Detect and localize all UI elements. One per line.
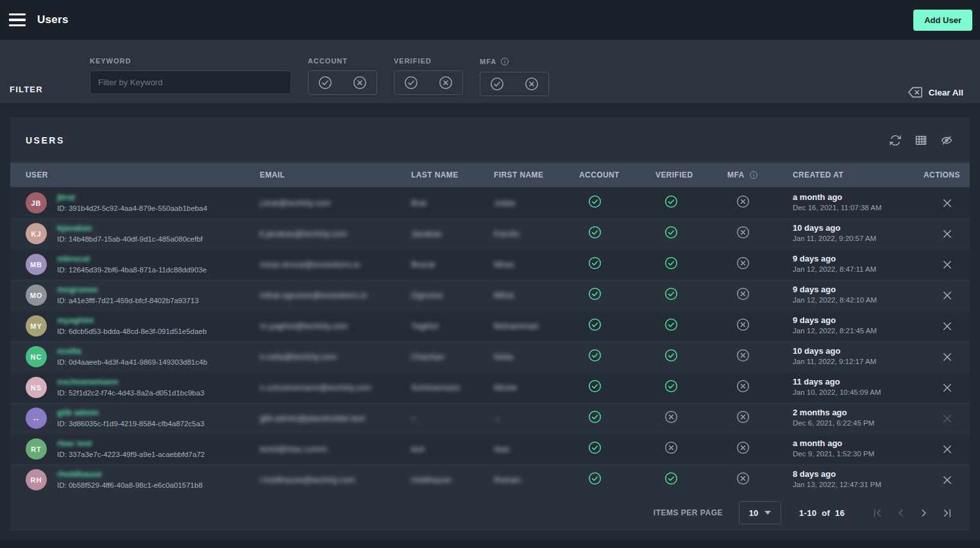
- column-header-last-name[interactable]: LAST NAME: [411, 170, 494, 179]
- first-name-cell: Karolis: [494, 229, 579, 238]
- column-header-user[interactable]: USER: [26, 170, 260, 179]
- add-user-button[interactable]: Add User: [913, 10, 972, 31]
- account-filter-no-icon[interactable]: [353, 76, 367, 90]
- actions-cell: [924, 290, 954, 301]
- table-row[interactable]: MY myaghini ID: 6dcb5d53-bdda-48cd-8e3f-…: [10, 310, 970, 341]
- username-link[interactable]: kjavakas: [57, 223, 203, 233]
- verified-status-icon: [664, 349, 678, 362]
- delete-user-button[interactable]: [942, 320, 953, 332]
- page-navigation: [872, 507, 953, 519]
- delete-user-button[interactable]: [942, 444, 953, 455]
- account-status-icon: [588, 379, 602, 393]
- actions-cell: [924, 228, 954, 240]
- first-name-cell: Mihai: [494, 290, 579, 300]
- delete-user-button[interactable]: [942, 382, 953, 394]
- created-at-cell: 9 days ago Jan 12, 2022, 8:21:45 AM: [793, 315, 924, 336]
- eye-off-icon[interactable]: [940, 134, 953, 147]
- username-link[interactable]: rbac test: [57, 438, 205, 449]
- table-row[interactable]: KJ kjavakas ID: 14b48bd7-15ab-40df-9d1c-…: [10, 218, 970, 249]
- username-link[interactable]: jbrat: [57, 192, 207, 203]
- main-content: USERS USER EMAIL LAST NAME FIRST NAME AC…: [0, 103, 980, 531]
- username-link[interactable]: rholdhause: [57, 469, 203, 479]
- username-link[interactable]: nschoenemann: [57, 377, 205, 387]
- created-at-cell: 8 days ago Jan 13, 2022, 12:47:31 PM: [793, 469, 924, 490]
- table-row[interactable]: -- glib admin ID: 3d86035c-f1d9-4219-858…: [10, 403, 970, 433]
- column-header-account[interactable]: ACCOUNT: [579, 170, 655, 179]
- user-id: ID: a41e3fff-7d21-459d-bfcf-8402b7a93713: [57, 296, 199, 306]
- user-cell: NC ncelta ID: 0d4aaeeb-4d3f-4a41-9869-14…: [26, 346, 260, 367]
- created-at-cell: a month ago Dec 16, 2021, 11:07:38 AM: [793, 192, 924, 213]
- verified-filter-no-icon[interactable]: [439, 76, 453, 90]
- avatar: MY: [26, 315, 47, 336]
- user-cell: RH rholdhause ID: 0b58f529-4ff6-40a8-98c…: [26, 469, 260, 490]
- of-text: of: [822, 508, 830, 518]
- username-link[interactable]: mogrunov: [57, 285, 199, 295]
- items-per-page-select[interactable]: 10: [739, 501, 781, 524]
- account-status-cell: [579, 226, 655, 242]
- username-link[interactable]: ncelta: [57, 346, 207, 356]
- keyword-input[interactable]: [90, 71, 291, 94]
- column-header-mfa[interactable]: MFA: [727, 170, 793, 179]
- table-row[interactable]: MO mogrunov ID: a41e3fff-7d21-459d-bfcf-…: [10, 279, 970, 310]
- last-page-icon[interactable]: [941, 507, 953, 519]
- table-row[interactable]: RH rholdhause ID: 0b58f529-4ff6-40a8-98c…: [10, 464, 970, 495]
- next-page-icon[interactable]: [918, 507, 930, 519]
- mfa-status-cell: [727, 226, 793, 242]
- clear-all-label: Clear All: [929, 88, 963, 97]
- column-header-verified[interactable]: VERIFIED: [655, 170, 727, 179]
- verified-filter-yes-icon[interactable]: [404, 76, 418, 90]
- table-row[interactable]: MB mbrocal ID: 12645d39-2bf6-4ba8-871a-1…: [10, 249, 970, 279]
- mfa-status-icon: [736, 379, 750, 393]
- user-id: ID: 14b48bd7-15ab-40df-9d1c-485a080cefbf: [57, 235, 203, 244]
- username-link[interactable]: myaghini: [57, 315, 207, 326]
- account-filter-yes-icon[interactable]: [318, 76, 332, 90]
- delete-user-button[interactable]: [942, 413, 953, 424]
- mfa-filter-yes-icon[interactable]: [490, 77, 504, 91]
- column-header-created-at[interactable]: CREATED AT: [793, 170, 924, 179]
- created-at-cell: 10 days ago Jan 11, 2022, 9:20:57 AM: [793, 223, 924, 244]
- username-link[interactable]: mbrocal: [57, 254, 207, 264]
- info-icon[interactable]: [749, 170, 758, 179]
- last-name-cell: Brocal: [411, 260, 494, 269]
- actions-cell: [924, 444, 954, 455]
- mfa-status-cell: [727, 195, 793, 211]
- delete-user-button[interactable]: [942, 197, 953, 209]
- last-name-cell: Holdhause: [411, 475, 494, 485]
- delete-user-button[interactable]: [942, 351, 953, 363]
- info-icon[interactable]: [500, 57, 509, 66]
- clear-all-button[interactable]: Clear All: [908, 86, 963, 99]
- account-status-cell: [579, 256, 655, 272]
- column-header-first-name[interactable]: FIRST NAME: [494, 170, 579, 179]
- account-status-icon: [588, 410, 602, 424]
- table-row[interactable]: NC ncelta ID: 0d4aaeeb-4d3f-4a41-9869-14…: [10, 341, 970, 372]
- table-row[interactable]: JB jbrat ID: 391b4d2f-5c92-4aa4-879e-550…: [10, 187, 970, 218]
- column-header-actions: ACTIONS: [924, 170, 961, 179]
- mfa-filter-label-text: MFA: [480, 58, 496, 65]
- menu-icon[interactable]: [9, 13, 26, 26]
- mfa-status-icon: [736, 226, 750, 239]
- refresh-icon[interactable]: [889, 134, 902, 147]
- mfa-filter-no-icon[interactable]: [525, 77, 539, 91]
- delete-user-button[interactable]: [942, 259, 953, 270]
- last-name-cell: --: [411, 413, 494, 423]
- last-name-cell: Ogrunov: [411, 290, 494, 300]
- items-per-page-label: ITEMS PER PAGE: [654, 508, 723, 517]
- delete-user-button[interactable]: [942, 228, 953, 240]
- column-header-email[interactable]: EMAIL: [260, 170, 411, 179]
- user-identity: kjavakas ID: 14b48bd7-15ab-40df-9d1c-485…: [57, 223, 203, 244]
- delete-user-button[interactable]: [942, 474, 953, 486]
- mfa-filter-label: MFA: [480, 57, 549, 66]
- first-name-cell: Nicole: [494, 383, 579, 392]
- table-row[interactable]: NS nschoenemann ID: 52f1d2c2-f74c-4d43-8…: [10, 372, 970, 403]
- previous-page-icon[interactable]: [895, 507, 907, 519]
- username-link[interactable]: glib admin: [57, 408, 205, 418]
- table-row[interactable]: RT rbac test ID: 337a3e7c-4223-49f9-a9e1…: [10, 433, 970, 464]
- account-status-icon: [588, 256, 602, 270]
- actions-cell: [924, 320, 954, 332]
- mfa-status-cell: [727, 379, 793, 395]
- account-status-icon: [588, 349, 602, 362]
- delete-user-button[interactable]: [942, 290, 953, 301]
- first-page-icon[interactable]: [872, 507, 884, 519]
- table-header-row: USER EMAIL LAST NAME FIRST NAME ACCOUNT …: [10, 163, 970, 187]
- table-columns-icon[interactable]: [915, 134, 927, 147]
